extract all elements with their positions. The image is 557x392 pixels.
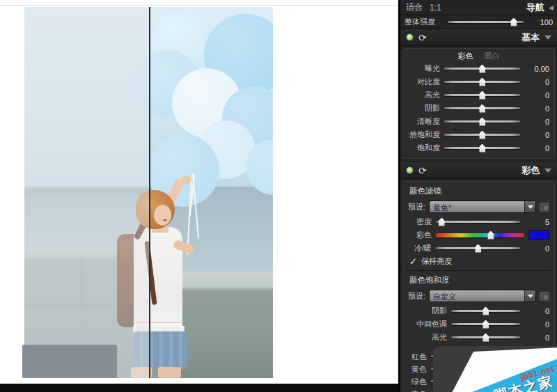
navigator-bar: 适合 1:1 导航 ◀ (400, 0, 557, 15)
saturation-preset-row: 预设: 自定义 (404, 288, 554, 304)
fit-button[interactable]: 适合 (406, 1, 423, 13)
preview-canvas (0, 0, 398, 392)
saturation-value: 0 (524, 144, 549, 152)
slider-handle[interactable] (439, 218, 445, 226)
slider-handle[interactable] (483, 334, 489, 342)
chevron-down-icon[interactable] (544, 168, 551, 173)
slider-row: 中间色调 0 (404, 317, 554, 331)
slider-handle[interactable] (479, 104, 485, 113)
warmth-slider[interactable] (436, 244, 520, 253)
clarity-value: 0 (524, 118, 549, 126)
slider-handle[interactable] (510, 18, 517, 26)
clarity-slider[interactable] (444, 117, 520, 127)
girl-face (154, 205, 171, 226)
filter-preset-row: 预设: 蓝色* (404, 198, 554, 215)
color-saturation-subtitle: 颜色饱和度 (404, 272, 554, 288)
color-section-title: 彩色 (521, 164, 540, 177)
filter-preset-dropdown[interactable]: 蓝色* (429, 201, 536, 213)
basic-section-header[interactable]: ⟳ 基本 (400, 29, 557, 46)
color-filter-subtitle: 颜色滤镜 (404, 183, 554, 198)
master-strength-slider[interactable] (448, 17, 524, 27)
sat-midtones-slider[interactable] (451, 320, 520, 329)
basic-section-title: 基本 (521, 31, 540, 44)
slider-handle[interactable] (479, 118, 485, 126)
highlights-slider[interactable] (444, 91, 520, 100)
saturation-label: 饱和度 (408, 143, 440, 153)
cyan-channel-label: 青色 (408, 389, 427, 392)
slider-row: 阴影 0 (404, 102, 554, 115)
saturation-slider[interactable] (444, 143, 520, 153)
shadows-slider[interactable] (444, 104, 520, 113)
slider-handle[interactable] (475, 244, 481, 253)
gray-cover-box (22, 345, 117, 378)
slider-handle[interactable] (483, 320, 489, 329)
hue-slider[interactable] (436, 230, 524, 240)
slider-rail (436, 221, 520, 223)
sat-midtones-value: 0 (524, 320, 549, 329)
section-reset-icon[interactable]: ⟳ (418, 166, 427, 175)
chevron-down-icon (528, 205, 533, 209)
section-enabled-led-icon[interactable] (406, 166, 414, 174)
before-filter-overlay (24, 7, 149, 378)
color-bw-toggle: 彩色 黑白 (404, 50, 554, 62)
save-preset-icon[interactable] (540, 292, 549, 301)
zoom-ratio-button[interactable]: 1:1 (430, 3, 441, 13)
bottom-black-bar (0, 384, 398, 392)
slider-handle[interactable] (483, 307, 489, 315)
slider-row: 密度 5 (404, 215, 554, 228)
preset-selected-value: 自定义 (430, 290, 524, 301)
master-strength-label: 整体强度 (405, 17, 444, 27)
saturation-preset-dropdown[interactable]: 自定义 (429, 290, 536, 302)
canvas-top-divider (0, 5, 398, 6)
slider-handle[interactable] (487, 231, 494, 240)
yellow-channel-label: 黄色 (408, 364, 427, 375)
slider-row: 对比度 0 (404, 75, 554, 88)
slider-handle[interactable] (479, 131, 485, 139)
sat-highlights-value: 0 (524, 334, 549, 342)
contrast-value: 0 (524, 78, 549, 86)
rainbow-rail (436, 233, 524, 237)
slider-row: 饱和度 0 (404, 141, 554, 155)
dropdown-arrow[interactable] (524, 290, 535, 301)
slider-row: 阴影 0 (404, 304, 554, 317)
section-enabled-led-icon[interactable] (406, 33, 414, 41)
master-strength-value: 100 (528, 18, 553, 26)
adjustment-panel: 适合 1:1 导航 ◀ 整体强度 100 ⟳ 基本 彩色 黑白 曝光 0 (398, 0, 557, 392)
sat-highlights-slider[interactable] (451, 333, 520, 343)
checkmark-icon: ✓ (409, 256, 417, 267)
density-slider[interactable] (436, 217, 520, 227)
slider-handle[interactable] (479, 65, 485, 73)
keep-brightness-checkbox[interactable]: ✓ 保持亮度 (404, 255, 554, 267)
highlights-label: 高光 (408, 90, 440, 100)
exposure-value: 0.00 (524, 65, 549, 73)
color-section-header[interactable]: ⟳ 彩色 (400, 162, 557, 179)
contrast-label: 对比度 (408, 77, 440, 87)
slider-handle[interactable] (479, 78, 485, 86)
mode-color-tab[interactable]: 彩色 (458, 51, 473, 61)
vibrance-label: 自然饱和度 (408, 130, 440, 140)
slider-handle[interactable] (479, 144, 485, 152)
contrast-slider[interactable] (444, 77, 520, 87)
slider-handle[interactable] (479, 91, 485, 100)
exposure-slider[interactable] (444, 64, 520, 74)
dropdown-arrow[interactable] (524, 201, 535, 212)
sat-highlights-label: 高光 (408, 332, 447, 343)
collapse-left-icon[interactable]: ◀ (549, 4, 554, 11)
slider-row: 曝光 0.00 (404, 62, 554, 75)
chevron-down-icon[interactable] (544, 36, 551, 40)
density-label: 密度 (408, 217, 432, 227)
mode-bw-tab[interactable]: 黑白 (485, 51, 500, 61)
sat-shadows-slider[interactable] (451, 306, 520, 316)
slider-row: 高光 0 (404, 88, 554, 102)
shadows-value: 0 (524, 104, 549, 113)
vibrance-slider[interactable] (444, 130, 520, 140)
before-after-split-line[interactable] (149, 7, 150, 378)
keep-brightness-label: 保持亮度 (421, 256, 452, 267)
slider-row: 自然饱和度 0 (404, 128, 554, 141)
chevron-down-icon (528, 295, 533, 298)
watermark-ribbon: jb51.net 脚本之家 (446, 343, 557, 392)
red-channel-label: 红色 (408, 352, 427, 362)
navigator-title: 导航 (526, 1, 544, 14)
section-reset-icon[interactable]: ⟳ (418, 33, 427, 42)
save-preset-icon[interactable] (540, 203, 549, 212)
